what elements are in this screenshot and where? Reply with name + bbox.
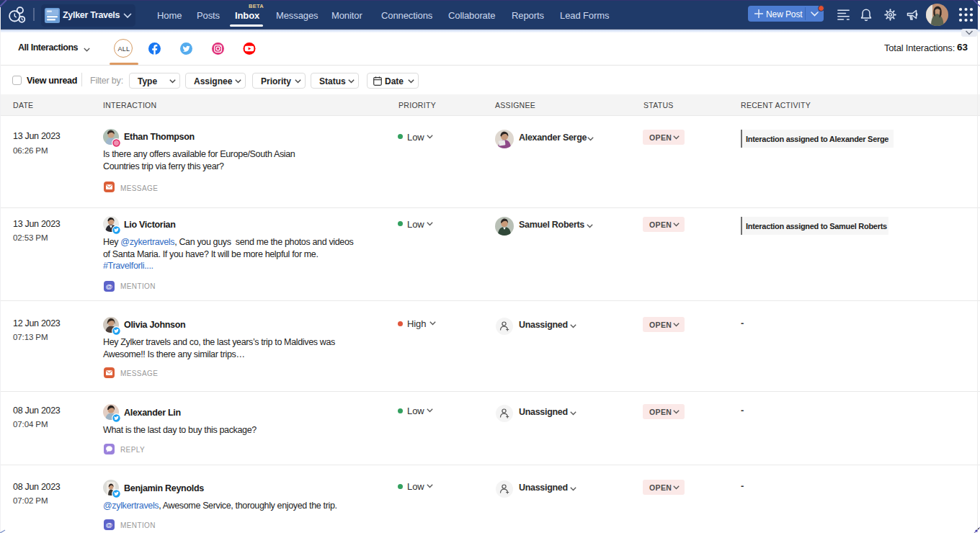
svg-text:@: @ <box>106 282 112 290</box>
svg-text:@: @ <box>106 521 112 529</box>
